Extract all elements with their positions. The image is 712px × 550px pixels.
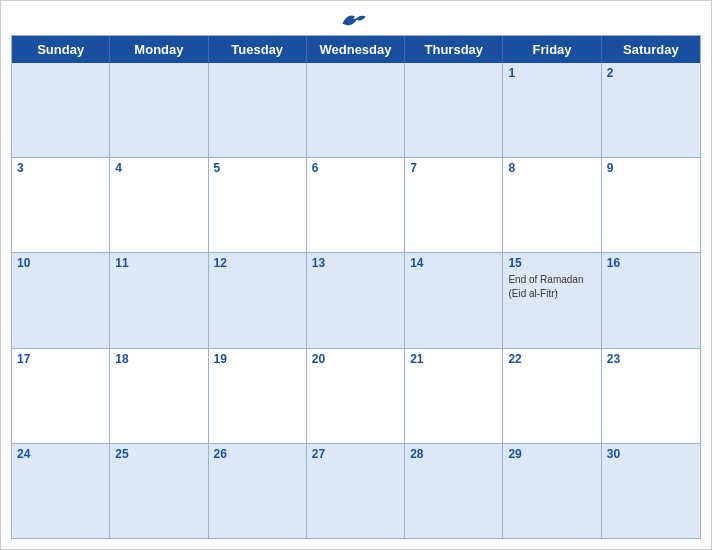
calendar-cell: 19 [209,349,307,443]
calendar-cell: 29 [503,444,601,538]
day-number: 10 [17,256,104,270]
weekday-header-friday: Friday [503,36,601,63]
calendar-cell: 25 [110,444,208,538]
calendar-cell: 23 [602,349,700,443]
calendar-cell [209,63,307,157]
logo-bird-icon [340,11,368,29]
calendar-cell: 1 [503,63,601,157]
day-number: 25 [115,447,202,461]
calendar-cell: 6 [307,158,405,252]
calendar-week-5: 24252627282930 [12,444,700,538]
day-number: 8 [508,161,595,175]
day-number: 1 [508,66,595,80]
day-number: 22 [508,352,595,366]
calendar-cell: 10 [12,253,110,347]
day-number: 14 [410,256,497,270]
day-number: 24 [17,447,104,461]
calendar-cell: 20 [307,349,405,443]
day-number: 17 [17,352,104,366]
weekday-header-monday: Monday [110,36,208,63]
calendar-cell: 14 [405,253,503,347]
day-number: 12 [214,256,301,270]
calendar-cell: 5 [209,158,307,252]
calendar-page: SundayMondayTuesdayWednesdayThursdayFrid… [0,0,712,550]
day-number: 21 [410,352,497,366]
day-number: 7 [410,161,497,175]
weekday-header-wednesday: Wednesday [307,36,405,63]
day-number: 4 [115,161,202,175]
logo [340,11,372,29]
calendar-week-4: 17181920212223 [12,349,700,444]
calendar-cell: 28 [405,444,503,538]
day-number: 29 [508,447,595,461]
calendar-body: 123456789101112131415End of Ramadan (Eid… [12,63,700,538]
calendar-cell [307,63,405,157]
day-number: 2 [607,66,695,80]
calendar-cell: 26 [209,444,307,538]
day-number: 28 [410,447,497,461]
calendar-cell: 16 [602,253,700,347]
calendar-cell: 22 [503,349,601,443]
calendar-cell: 24 [12,444,110,538]
calendar-cell: 13 [307,253,405,347]
day-number: 16 [607,256,695,270]
weekday-header-thursday: Thursday [405,36,503,63]
calendar-cell: 3 [12,158,110,252]
calendar-week-3: 101112131415End of Ramadan (Eid al-Fitr)… [12,253,700,348]
calendar-cell: 4 [110,158,208,252]
calendar-cell: 21 [405,349,503,443]
calendar-cell: 18 [110,349,208,443]
day-number: 15 [508,256,595,270]
calendar-cell: 8 [503,158,601,252]
calendar-cell: 17 [12,349,110,443]
weekday-header-saturday: Saturday [602,36,700,63]
calendar-cell: 30 [602,444,700,538]
day-number: 20 [312,352,399,366]
calendar-cell [110,63,208,157]
calendar-event: End of Ramadan (Eid al-Fitr) [508,274,583,299]
weekday-header-tuesday: Tuesday [209,36,307,63]
day-number: 3 [17,161,104,175]
calendar-week-2: 3456789 [12,158,700,253]
calendar-header [1,1,711,35]
day-number: 30 [607,447,695,461]
calendar-cell: 9 [602,158,700,252]
calendar-cell: 15End of Ramadan (Eid al-Fitr) [503,253,601,347]
day-number: 13 [312,256,399,270]
day-number: 27 [312,447,399,461]
calendar-cell: 12 [209,253,307,347]
day-number: 11 [115,256,202,270]
calendar-cell: 11 [110,253,208,347]
calendar-cell [12,63,110,157]
calendar-cell: 7 [405,158,503,252]
calendar-cell: 2 [602,63,700,157]
calendar-weekday-header: SundayMondayTuesdayWednesdayThursdayFrid… [12,36,700,63]
day-number: 23 [607,352,695,366]
day-number: 19 [214,352,301,366]
calendar-cell [405,63,503,157]
day-number: 6 [312,161,399,175]
day-number: 5 [214,161,301,175]
day-number: 18 [115,352,202,366]
weekday-header-sunday: Sunday [12,36,110,63]
day-number: 26 [214,447,301,461]
day-number: 9 [607,161,695,175]
calendar-cell: 27 [307,444,405,538]
calendar-week-1: 12 [12,63,700,158]
calendar-grid: SundayMondayTuesdayWednesdayThursdayFrid… [11,35,701,539]
